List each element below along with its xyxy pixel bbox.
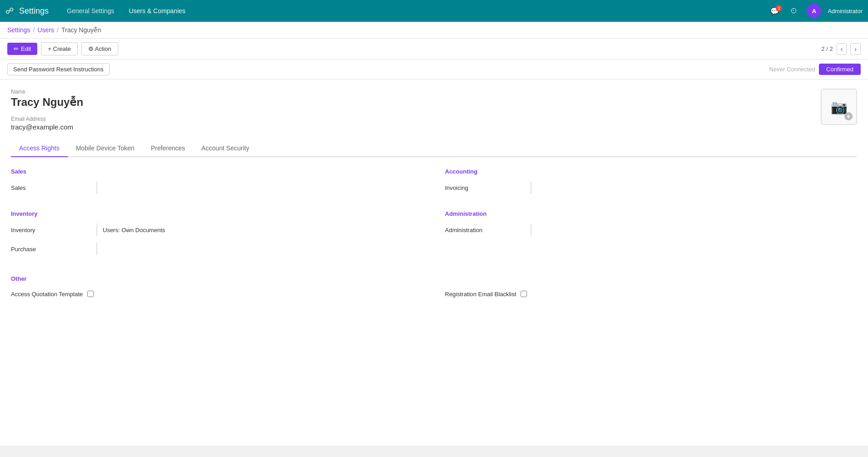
other-section: Other Access Quotation Template Registra… bbox=[11, 275, 857, 300]
inventory-section: Inventory Inventory Users: Own Documents… bbox=[11, 210, 423, 261]
breadcrumb-sep-1: / bbox=[33, 26, 35, 34]
edit-button[interactable]: ✏ Edit bbox=[7, 43, 37, 55]
administration-label: Administration bbox=[445, 227, 527, 233]
other-section-title: Other bbox=[11, 275, 857, 282]
tab-access-rights[interactable]: Access Rights bbox=[11, 140, 68, 157]
action-button[interactable]: ⚙ Action bbox=[81, 42, 118, 55]
photo-add-badge: + bbox=[844, 112, 853, 120]
breadcrumb-sep-2: / bbox=[57, 26, 59, 34]
tab-mobile-device-token[interactable]: Mobile Device Token bbox=[68, 140, 143, 157]
administration-value[interactable] bbox=[531, 224, 858, 236]
grid-icon[interactable]: ☍ bbox=[5, 6, 14, 16]
inventory-label: Inventory bbox=[11, 227, 93, 233]
notification-badge: 1 bbox=[776, 5, 782, 11]
sales-value[interactable] bbox=[96, 181, 423, 194]
user-full-name: Tracy Nguyễn bbox=[11, 96, 83, 109]
breadcrumb: Settings / Users / Tracy Nguyễn bbox=[0, 22, 868, 39]
user-photo-upload[interactable]: 📷 + bbox=[821, 89, 857, 125]
clock-icon-btn[interactable]: ⏲ bbox=[787, 5, 801, 17]
tabs-container: Access Rights Mobile Device Token Prefer… bbox=[11, 140, 857, 157]
accounting-section-title: Accounting bbox=[445, 168, 858, 175]
invoicing-row: Invoicing bbox=[445, 180, 858, 195]
sales-section-title: Sales bbox=[11, 168, 423, 175]
prev-page-button[interactable]: ‹ bbox=[837, 43, 847, 55]
sales-label: Sales bbox=[11, 184, 93, 191]
purchase-row: Purchase bbox=[11, 242, 423, 256]
registration-email-row: Registration Email Blacklist bbox=[445, 288, 858, 300]
user-header: Name Tracy Nguyễn Email Address tracy@ex… bbox=[11, 89, 857, 140]
main-content: Name Tracy Nguyễn Email Address tracy@ex… bbox=[0, 79, 868, 446]
accounting-section: Accounting Invoicing bbox=[445, 168, 858, 199]
registration-email-checkbox[interactable] bbox=[521, 291, 527, 297]
email-label: Email Address bbox=[11, 116, 83, 122]
purchase-value[interactable] bbox=[96, 243, 423, 255]
inventory-section-title: Inventory bbox=[11, 210, 423, 217]
sales-row: Sales bbox=[11, 180, 423, 195]
name-label: Name bbox=[11, 89, 83, 95]
status-bar: Send Password Reset Instructions Never C… bbox=[0, 60, 868, 79]
access-quotation-label: Access Quotation Template bbox=[11, 291, 83, 298]
sales-section: Sales Sales bbox=[11, 168, 423, 199]
breadcrumb-settings[interactable]: Settings bbox=[7, 26, 30, 34]
administration-section: Administration Administration bbox=[445, 210, 858, 261]
camera-icon: 📷 bbox=[831, 99, 848, 115]
top-navigation: ☍ Settings General Settings Users & Comp… bbox=[0, 0, 868, 22]
user-info: Name Tracy Nguyễn Email Address tracy@ex… bbox=[11, 89, 83, 131]
next-page-button[interactable]: › bbox=[850, 43, 861, 55]
user-email: tracy@example.com bbox=[11, 123, 83, 131]
nav-users-companies[interactable]: Users & Companies bbox=[123, 5, 191, 16]
messages-icon-btn[interactable]: 💬 1 bbox=[767, 5, 783, 17]
pagination-info: 2 / 2 bbox=[821, 45, 833, 52]
inventory-value[interactable]: Users: Own Documents bbox=[96, 224, 423, 236]
nav-general-settings[interactable]: General Settings bbox=[61, 5, 120, 16]
send-password-button[interactable]: Send Password Reset Instructions bbox=[7, 63, 110, 75]
purchase-label: Purchase bbox=[11, 246, 93, 253]
edit-icon: ✏ bbox=[14, 45, 19, 52]
access-quotation-checkbox[interactable] bbox=[87, 291, 94, 297]
never-connected-status: Never Connected bbox=[769, 66, 815, 73]
access-quotation-row: Access Quotation Template bbox=[11, 288, 423, 300]
user-name-label[interactable]: Administrator bbox=[828, 8, 863, 15]
create-button[interactable]: + Create bbox=[41, 42, 77, 55]
app-title: Settings bbox=[19, 6, 49, 16]
registration-email-label: Registration Email Blacklist bbox=[445, 291, 517, 298]
tab-preferences[interactable]: Preferences bbox=[143, 140, 193, 157]
toolbar: ✏ Edit + Create ⚙ Action 2 / 2 ‹ › bbox=[0, 39, 868, 60]
administration-row: Administration bbox=[445, 223, 858, 237]
inventory-row: Inventory Users: Own Documents bbox=[11, 223, 423, 237]
tab-account-security[interactable]: Account Security bbox=[193, 140, 257, 157]
confirmed-status: Confirmed bbox=[819, 64, 861, 75]
avatar[interactable]: A bbox=[807, 4, 821, 18]
invoicing-label: Invoicing bbox=[445, 184, 527, 191]
access-rights-grid: Sales Sales Accounting Invoicing Invento… bbox=[11, 168, 857, 261]
breadcrumb-current: Tracy Nguyễn bbox=[61, 26, 101, 34]
administration-section-title: Administration bbox=[445, 210, 858, 217]
breadcrumb-users[interactable]: Users bbox=[37, 26, 54, 34]
invoicing-value[interactable] bbox=[531, 181, 858, 194]
other-checkbox-grid: Access Quotation Template Registration E… bbox=[11, 288, 857, 300]
